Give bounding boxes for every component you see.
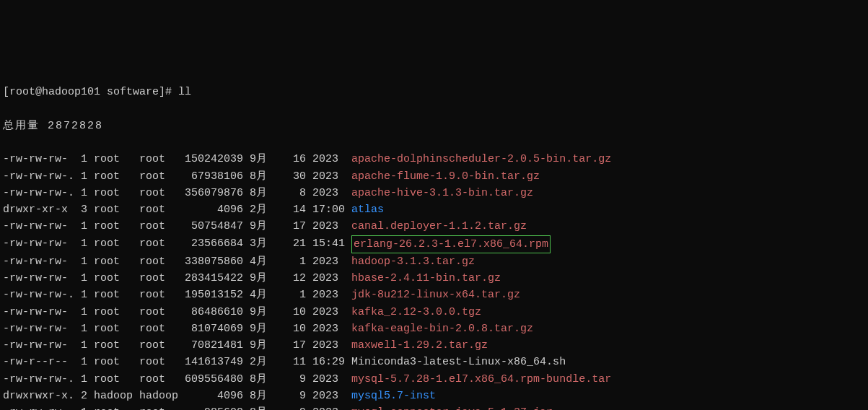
table-row: drwxrwxr-x. 2 hadoop hadoop 4096 8月 9 20… xyxy=(3,388,865,404)
table-row: -rw-rw-rw- 1 root root 23566684 3月 21 15… xyxy=(3,235,865,253)
permissions: -rw-rw-rw- 1 root root 86486610 9月 10 20… xyxy=(3,304,351,320)
file-name: apache-dolphinscheduler-2.0.5-bin.tar.gz xyxy=(351,151,611,167)
permissions: -rw-rw-rw- 1 root root 338075860 4月 1 20… xyxy=(3,253,351,270)
prompt-line[interactable]: [root@hadoop101 software]# ll xyxy=(3,84,865,100)
table-row: -rw-rw-rw-. 1 root root 985600 8月 9 2023… xyxy=(3,404,865,410)
table-row: -rw-rw-rw- 1 root root 81074069 9月 10 20… xyxy=(3,320,865,337)
permissions: -rw-rw-rw- 1 root root 50754847 9月 17 20… xyxy=(3,218,351,235)
file-name: jdk-8u212-linux-x64.tar.gz xyxy=(351,287,520,303)
file-name: kafka_2.12-3.0.0.tgz xyxy=(351,304,481,320)
terminal-output: [root@hadoop101 software]# ll 总用量 287282… xyxy=(3,67,865,410)
file-name: hadoop-3.1.3.tar.gz xyxy=(351,253,475,270)
file-name: mysql5.7-inst xyxy=(351,388,436,404)
permissions: -rw-rw-rw-. 1 root root 356079876 8月 8 2… xyxy=(3,185,351,201)
permissions: drwxrwxr-x. 2 hadoop hadoop 4096 8月 9 20… xyxy=(3,388,351,404)
table-row: -rw-r--r-- 1 root root 141613749 2月 11 1… xyxy=(3,354,865,370)
table-row: -rw-rw-rw- 1 root root 338075860 4月 1 20… xyxy=(3,253,865,270)
permissions: -rw-rw-rw- 1 root root 70821481 9月 17 20… xyxy=(3,337,351,354)
file-name: Miniconda3-latest-Linux-x86_64.sh xyxy=(351,354,566,370)
table-row: -rw-rw-rw-. 1 root root 609556480 8月 9 2… xyxy=(3,371,865,388)
permissions: -rw-rw-rw- 1 root root 150242039 9月 16 2… xyxy=(3,151,351,167)
permissions: -rw-rw-rw-. 1 root root 609556480 8月 9 2… xyxy=(3,371,351,388)
permissions: -rw-rw-rw-. 1 root root 985600 8月 9 2023 xyxy=(3,404,351,410)
file-name: erlang-26.2.3-1.el7.x86_64.rpm xyxy=(351,235,551,253)
table-row: -rw-rw-rw- 1 root root 150242039 9月 16 2… xyxy=(3,151,865,167)
file-listing: -rw-rw-rw- 1 root root 150242039 9月 16 2… xyxy=(3,151,865,410)
permissions: -rw-rw-rw- 1 root root 81074069 9月 10 20… xyxy=(3,320,351,337)
table-row: drwxr-xr-x 3 root root 4096 2月 14 17:00 … xyxy=(3,201,865,218)
total-line: 总用量 2872828 xyxy=(3,118,865,134)
file-name: mysql-5.7.28-1.el7.x86_64.rpm-bundle.tar xyxy=(351,371,611,388)
permissions: drwxr-xr-x 3 root root 4096 2月 14 17:00 xyxy=(3,201,351,218)
file-name: apache-flume-1.9.0-bin.tar.gz xyxy=(351,168,540,185)
table-row: -rw-rw-rw- 1 root root 50754847 9月 17 20… xyxy=(3,218,865,235)
file-name: atlas xyxy=(351,201,384,218)
permissions: -rw-rw-rw- 1 root root 283415422 9月 12 2… xyxy=(3,270,351,287)
file-name: canal.deployer-1.1.2.tar.gz xyxy=(351,218,527,235)
file-name: maxwell-1.29.2.tar.gz xyxy=(351,337,488,354)
table-row: -rw-rw-rw- 1 root root 70821481 9月 17 20… xyxy=(3,337,865,354)
table-row: -rw-rw-rw-. 1 root root 195013152 4月 1 2… xyxy=(3,287,865,303)
table-row: -rw-rw-rw-. 1 root root 67938106 8月 30 2… xyxy=(3,168,865,185)
permissions: -rw-rw-rw- 1 root root 23566684 3月 21 15… xyxy=(3,235,351,253)
permissions: -rw-r--r-- 1 root root 141613749 2月 11 1… xyxy=(3,354,351,370)
file-name: apache-hive-3.1.3-bin.tar.gz xyxy=(351,185,533,201)
table-row: -rw-rw-rw- 1 root root 283415422 9月 12 2… xyxy=(3,270,865,287)
table-row: -rw-rw-rw-. 1 root root 356079876 8月 8 2… xyxy=(3,185,865,201)
permissions: -rw-rw-rw-. 1 root root 67938106 8月 30 2… xyxy=(3,168,351,185)
file-name: hbase-2.4.11-bin.tar.gz xyxy=(351,270,501,287)
file-name: kafka-eagle-bin-2.0.8.tar.gz xyxy=(351,320,533,337)
table-row: -rw-rw-rw- 1 root root 86486610 9月 10 20… xyxy=(3,304,865,320)
file-name: mysql-connector-java-5.1.37.jar xyxy=(351,404,553,410)
permissions: -rw-rw-rw-. 1 root root 195013152 4月 1 2… xyxy=(3,287,351,303)
